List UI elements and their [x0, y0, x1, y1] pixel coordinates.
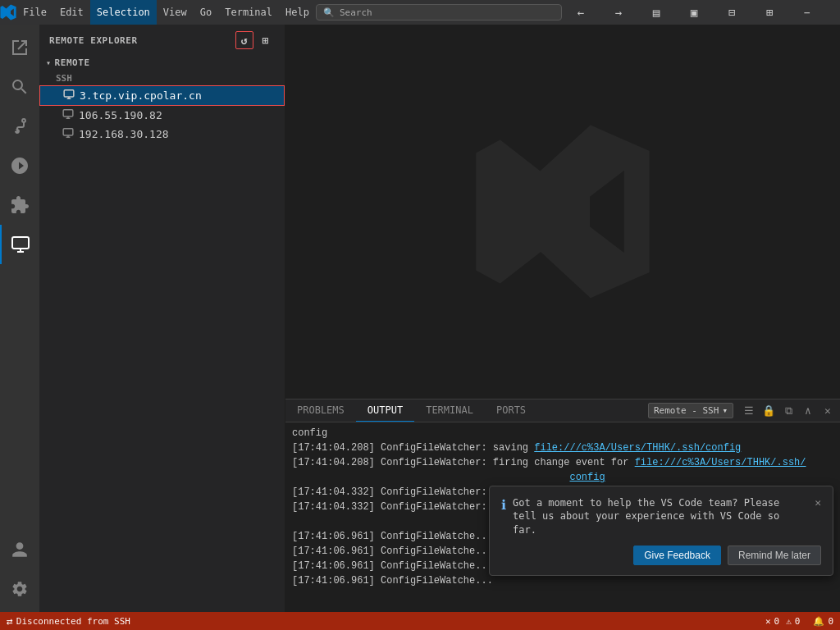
window-controls: ← → ▤ ▣ ⊟ ⊞ − □ ✕ [562, 0, 840, 25]
menu-terminal[interactable]: Terminal [218, 0, 279, 25]
panel-menu-button[interactable]: ☰ [740, 402, 758, 420]
feedback-message: Got a moment to help the VS Code team? P… [513, 496, 808, 537]
svg-rect-9 [63, 129, 73, 135]
activity-settings[interactable] [0, 569, 39, 609]
sidebar-title: Remote Explorer [49, 35, 138, 46]
activity-explorer[interactable] [0, 28, 39, 67]
ssh-hostname-2: 192.168.30.128 [79, 128, 169, 140]
ssh-hostname-1: 106.55.190.82 [79, 109, 162, 121]
new-window-button[interactable]: ⊞ [257, 31, 275, 49]
ssh-item-0[interactable]: 3.tcp.vip.cpolar.cn [39, 85, 285, 106]
svg-rect-3 [64, 90, 74, 97]
app-logo [0, 4, 16, 21]
remote-label: Remote [55, 57, 90, 68]
tab-output[interactable]: OUTPUT [356, 399, 414, 422]
give-feedback-button[interactable]: Give Feedback [633, 546, 721, 565]
toggle-panel-button[interactable]: ▣ [675, 0, 713, 25]
menu-selection[interactable]: Selection [90, 0, 157, 25]
feedback-popup-header: ℹ Got a moment to help the VS Code team?… [501, 496, 821, 537]
error-icon: ✕ [765, 616, 771, 627]
log-link-2b[interactable]: config [569, 472, 605, 483]
activity-accounts[interactable] [0, 530, 39, 569]
ssh-item-1[interactable]: 106.55.190.82 [39, 106, 285, 125]
status-bar: ⇄ Disconnected from SSH ✕ 0 ⚠ 0 🔔 0 [0, 612, 840, 630]
layout-button[interactable]: ⊞ [751, 0, 788, 25]
menu-edit[interactable]: Edit [53, 0, 90, 25]
sidebar-header: Remote Explorer ↺ ⊞ [39, 25, 285, 54]
sidebar: Remote Explorer ↺ ⊞ ▾ Remote SSH 3.tcp.v… [39, 25, 285, 612]
log-link-2[interactable]: file:///c%3A/Users/THHK/.ssh/ [635, 457, 806, 468]
activity-bar [0, 25, 39, 612]
monitor-icon-2 [62, 127, 74, 141]
tab-terminal[interactable]: TERMINAL [414, 399, 485, 422]
monitor-icon-0 [63, 89, 75, 103]
toggle-panel2-button[interactable]: ⊟ [713, 0, 751, 25]
remote-section: ▾ Remote SSH 3.tcp.vip.cpolar.cn 106.55.… [39, 54, 285, 144]
panel-action-buttons: ☰ 🔒 ⧉ ∧ ✕ [737, 402, 840, 420]
remote-section-header[interactable]: ▾ Remote [39, 54, 285, 71]
minimize-button[interactable]: − [788, 0, 826, 25]
nav-forward-button[interactable]: → [600, 0, 637, 25]
notif-count: 0 [828, 616, 833, 627]
warning-count: 0 [795, 616, 801, 627]
panel-tabs: PROBLEMS OUTPUT TERMINAL PORTS Remote - … [285, 399, 840, 422]
activity-search[interactable] [0, 67, 39, 107]
panel-lock-button[interactable]: 🔒 [760, 402, 778, 420]
output-dropdown[interactable]: Remote - SSH ▾ [648, 403, 733, 418]
editor-area: PROBLEMS OUTPUT TERMINAL PORTS Remote - … [285, 25, 840, 612]
output-dropdown-label: Remote - SSH [654, 405, 719, 416]
panel-close-button[interactable]: ✕ [819, 402, 837, 420]
status-notifications[interactable]: 🔔 0 [806, 612, 840, 630]
title-bar: File Edit Selection View Go Terminal Hel… [0, 0, 840, 25]
ssh-status-text: Disconnected from SSH [16, 616, 130, 627]
search-box[interactable]: 🔍 Search [316, 4, 562, 21]
ssh-icon: ⇄ [7, 615, 13, 628]
log-line-1: [17:41:04.208] ConfigFileWatcher: saving… [292, 441, 833, 455]
menu-go[interactable]: Go [194, 0, 218, 25]
error-count: 0 [774, 616, 780, 627]
title-bar-search-area: 🔍 Search [316, 4, 562, 21]
search-icon: 🔍 [323, 7, 335, 18]
log-line-2: [17:41:04.208] ConfigFileWatcher: firing… [292, 455, 833, 485]
tab-ports[interactable]: PORTS [485, 399, 537, 422]
menu-view[interactable]: View [157, 0, 194, 25]
menu-bar: File Edit Selection View Go Terminal Hel… [16, 0, 316, 25]
svg-rect-6 [63, 110, 73, 116]
panel-maximize-button[interactable]: ∧ [799, 402, 817, 420]
status-ssh-connection[interactable]: ⇄ Disconnected from SSH [0, 612, 137, 630]
activity-remote-explorer[interactable] [0, 225, 39, 264]
toggle-sidebar-button[interactable]: ▤ [637, 0, 675, 25]
log-link-1[interactable]: file:///c%3A/Users/THHK/.ssh/config [534, 442, 741, 454]
bell-icon: 🔔 [813, 616, 824, 627]
maximize-button[interactable]: □ [826, 0, 840, 25]
main-area: Remote Explorer ↺ ⊞ ▾ Remote SSH 3.tcp.v… [0, 25, 840, 612]
activity-run[interactable] [0, 146, 39, 185]
search-placeholder: Search [340, 7, 372, 18]
nav-back-button[interactable]: ← [562, 0, 600, 25]
remind-later-button[interactable]: Remind Me later [728, 546, 821, 565]
panel-copy-button[interactable]: ⧉ [779, 402, 797, 420]
remote-chevron: ▾ [46, 58, 52, 67]
feedback-actions: Give Feedback Remind Me later [501, 546, 821, 565]
activity-extensions[interactable] [0, 185, 39, 225]
log-line-0: config [292, 426, 833, 441]
menu-file[interactable]: File [16, 0, 53, 25]
dropdown-chevron-icon: ▾ [722, 405, 728, 416]
tab-problems[interactable]: PROBLEMS [285, 399, 356, 422]
sidebar-actions: ↺ ⊞ [235, 31, 275, 49]
info-icon: ℹ [501, 497, 506, 513]
status-errors[interactable]: ✕ 0 ⚠ 0 [759, 612, 807, 630]
activity-source-control[interactable] [0, 107, 39, 146]
svg-rect-0 [12, 237, 29, 249]
refresh-button[interactable]: ↺ [235, 31, 253, 49]
panel: PROBLEMS OUTPUT TERMINAL PORTS Remote - … [285, 399, 840, 612]
warning-icon: ⚠ [786, 616, 792, 627]
vscode-watermark [285, 25, 840, 399]
feedback-close-button[interactable]: ✕ [815, 496, 821, 509]
menu-help[interactable]: Help [279, 0, 316, 25]
ssh-label: SSH [39, 71, 285, 85]
ssh-hostname-0: 3.tcp.vip.cpolar.cn [80, 89, 202, 102]
monitor-icon-1 [62, 108, 74, 122]
ssh-item-2[interactable]: 192.168.30.128 [39, 125, 285, 144]
feedback-popup: ℹ Got a moment to help the VS Code team?… [489, 486, 833, 576]
